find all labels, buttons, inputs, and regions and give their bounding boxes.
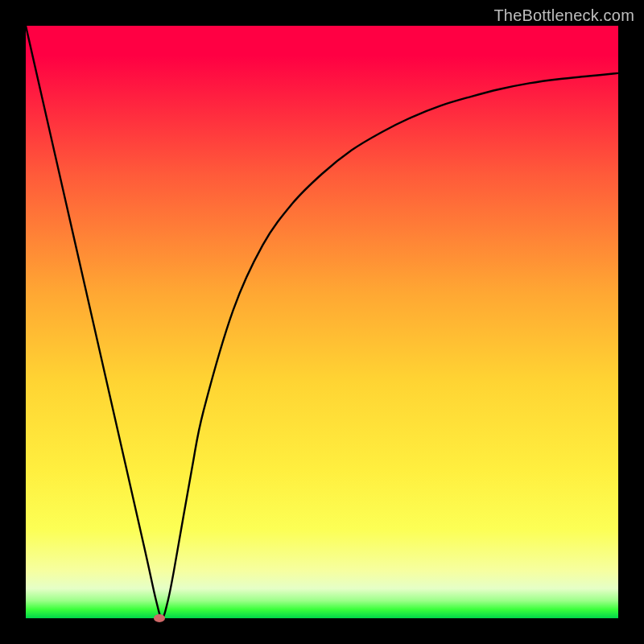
min-marker <box>154 614 165 622</box>
watermark-text: TheBottleneck.com <box>493 6 634 25</box>
chart-frame: TheBottleneck.com <box>0 0 644 644</box>
plot-area <box>26 26 618 618</box>
